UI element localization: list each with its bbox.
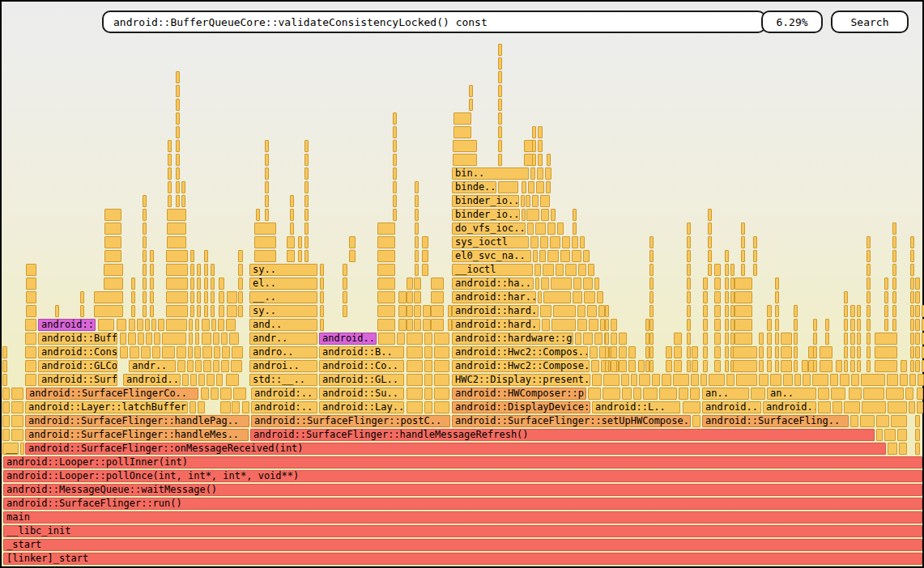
flame-frame-filler[interactable] — [320, 278, 324, 290]
flame-frame-filler[interactable] — [850, 360, 855, 372]
flame-frame-filler[interactable] — [709, 374, 725, 386]
flame-frame-filler[interactable] — [11, 388, 23, 400]
flame-frame-filler[interactable] — [202, 333, 211, 345]
flame-frame-filler[interactable] — [794, 374, 801, 386]
flame-frame-filler[interactable] — [759, 360, 764, 372]
flame-frame-filler[interactable] — [708, 223, 712, 235]
flame-frame-filler[interactable] — [204, 278, 208, 290]
flame-frame-filler[interactable] — [242, 401, 249, 413]
flame-frame-filler[interactable] — [424, 401, 432, 413]
flame-frame-filler[interactable] — [176, 181, 180, 193]
flame-frame-filler[interactable] — [2, 346, 7, 358]
flame-frame-filler[interactable] — [104, 278, 123, 290]
flame-frame-filler[interactable] — [867, 346, 871, 358]
flame-frame-filler[interactable] — [867, 291, 871, 303]
flame-frame-filler[interactable] — [551, 278, 572, 290]
flame-frame-filler[interactable] — [25, 360, 36, 372]
flame-frame[interactable]: androi.. — [249, 360, 317, 372]
flame-frame-filler[interactable] — [182, 374, 189, 386]
flame-frame[interactable]: android::Hwc2::Compos.. — [452, 346, 588, 358]
flame-frame-filler[interactable] — [812, 374, 828, 386]
flame-frame-filler[interactable] — [543, 291, 571, 303]
flame-frame-filler[interactable] — [188, 346, 193, 358]
flame-frame-filler[interactable] — [649, 333, 654, 345]
flame-frame[interactable]: android.. — [702, 401, 761, 413]
flame-frame-filler[interactable] — [857, 305, 861, 317]
flame-frame-filler[interactable] — [741, 236, 745, 248]
flame-frame-filler[interactable] — [703, 319, 708, 331]
search-input[interactable] — [102, 11, 766, 33]
flame-frame-filler[interactable] — [703, 278, 708, 290]
flame-frame-filler[interactable] — [530, 167, 535, 180]
flame-frame-filler[interactable] — [176, 167, 180, 180]
flame-frame-filler[interactable] — [168, 140, 172, 152]
flame-frame-filler[interactable] — [543, 264, 554, 276]
flame-frame-filler[interactable] — [431, 278, 444, 290]
flame-frame-filler[interactable] — [535, 223, 546, 235]
flame-frame-filler[interactable] — [560, 250, 570, 262]
flame-frame-filler[interactable] — [137, 319, 143, 331]
flame-frame-filler[interactable] — [876, 415, 889, 427]
flame-frame-filler[interactable] — [649, 319, 654, 331]
flame-frame-filler[interactable] — [767, 305, 772, 317]
flame-frame-filler[interactable] — [204, 305, 208, 317]
flame-frame-filler[interactable] — [151, 319, 156, 331]
flame-frame-filler[interactable] — [378, 333, 395, 345]
flame-frame-filler[interactable] — [536, 181, 544, 193]
flame-frame-filler[interactable] — [794, 346, 798, 358]
flame-frame-filler[interactable] — [211, 291, 215, 303]
flame-frame-filler[interactable] — [733, 346, 757, 358]
flame-frame-filler[interactable] — [605, 333, 609, 345]
flame-frame-filler[interactable] — [265, 140, 269, 152]
flame-frame-filler[interactable] — [830, 374, 838, 386]
flame-frame-filler[interactable] — [820, 360, 832, 372]
flame-frame-filler[interactable] — [703, 346, 708, 358]
flame-frame-filler[interactable] — [407, 346, 423, 358]
flame-frame-filler[interactable] — [666, 360, 672, 372]
flame-frame-filler[interactable] — [166, 319, 187, 331]
flame-frame-filler[interactable] — [377, 264, 395, 276]
flame-frame[interactable]: android::SurfaceFlinger::handleMes.. — [25, 429, 249, 441]
flame-frame-filler[interactable] — [434, 360, 449, 372]
flame-frame[interactable]: android::Cons.. — [38, 346, 117, 358]
flame-frame-filler[interactable] — [377, 236, 395, 248]
flame-frame-filler[interactable] — [393, 209, 397, 221]
flame-frame-filler[interactable] — [714, 360, 721, 372]
flame-frame-filler[interactable] — [150, 264, 154, 276]
flame-frame-filler[interactable] — [415, 181, 419, 193]
flame-frame[interactable]: android:.. — [251, 388, 317, 400]
flame-frame-filler[interactable] — [143, 223, 147, 235]
flame-frame-filler[interactable] — [143, 209, 147, 221]
flame-frame[interactable]: android::Looper::pollInner(int) — [3, 456, 922, 468]
flame-frame-filler[interactable] — [857, 319, 861, 331]
flame-frame-filler[interactable] — [897, 429, 907, 441]
flame-frame-filler[interactable] — [767, 346, 772, 358]
flame-frame-filler[interactable] — [343, 278, 347, 290]
flame-frame-filler[interactable] — [168, 181, 172, 193]
flame-frame[interactable]: android::SurfaceFlinger::handleMessageRe… — [250, 429, 875, 441]
flame-frame-filler[interactable] — [104, 250, 121, 262]
flame-frame-filler[interactable] — [238, 291, 243, 303]
flame-frame-filler[interactable] — [229, 333, 239, 345]
flame-frame-filler[interactable] — [550, 236, 560, 248]
flame-frame-filler[interactable] — [583, 250, 590, 262]
flame-frame-filler[interactable] — [498, 181, 518, 193]
flame-frame-filler[interactable] — [683, 401, 700, 413]
flame-frame-filler[interactable] — [687, 223, 691, 235]
flame-frame-filler[interactable] — [867, 360, 871, 372]
flame-frame-filler[interactable] — [886, 388, 904, 400]
flame-frame-filler[interactable] — [915, 346, 920, 358]
flame-frame-filler[interactable] — [917, 401, 923, 413]
flame-frame-filler[interactable] — [741, 264, 745, 276]
flame-frame-filler[interactable] — [226, 319, 236, 331]
flame-frame-filler[interactable] — [377, 250, 395, 262]
flame-frame-filler[interactable] — [393, 181, 397, 193]
flame-frame-filler[interactable] — [573, 209, 577, 221]
flame-frame-filler[interactable] — [825, 333, 829, 345]
flame-frame-filler[interactable] — [94, 291, 123, 303]
flame-frame-filler[interactable] — [414, 305, 421, 317]
flame-frame[interactable]: android::Co.. — [319, 360, 404, 372]
flame-frame-filler[interactable] — [434, 388, 449, 400]
flame-frame[interactable]: android.. — [123, 374, 181, 386]
flame-frame[interactable]: android::L.. — [592, 401, 680, 413]
